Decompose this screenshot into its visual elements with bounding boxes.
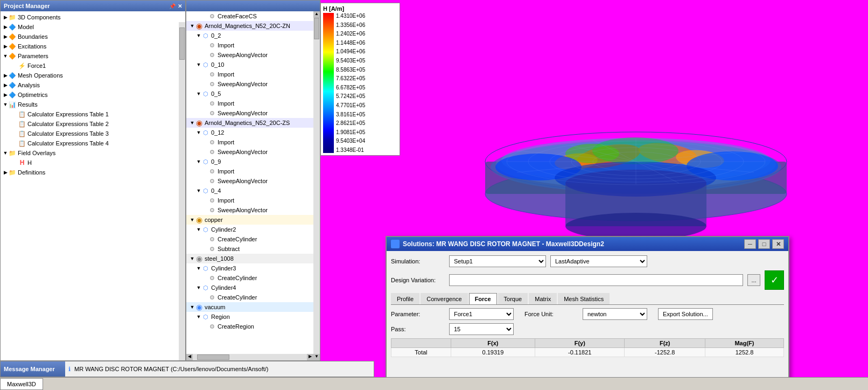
- tab-matrix[interactable]: Matrix: [529, 293, 557, 304]
- expand-boundaries[interactable]: ▶: [3, 34, 8, 39]
- tree-import-3[interactable]: ⚙ Import: [186, 99, 320, 108]
- tree-createcyl-4[interactable]: ⚙ CreateCylinder: [186, 292, 320, 302]
- scroll-down[interactable]: ▼: [313, 354, 320, 360]
- tree-sweep-2[interactable]: ⚙ SweepAlongVector: [186, 79, 320, 89]
- op-icon-1: ⚙: [208, 12, 216, 20]
- tree-item-boundaries[interactable]: ▶ 🔶 Boundaries: [1, 32, 185, 41]
- tree-item-results[interactable]: ▼ 📊 Results: [1, 100, 185, 109]
- tree-item-H[interactable]: H H: [1, 158, 185, 168]
- expand-fo[interactable]: ▼: [3, 150, 8, 156]
- tree-createfacecs[interactable]: ⚙ CreateFaceCS: [186, 11, 320, 21]
- pass-select[interactable]: 15: [449, 323, 514, 335]
- simulation-row: Simulation: Setup1 LastAdaptive Adaptive…: [391, 255, 784, 267]
- tree-05[interactable]: ▼ ⬡ 0_5: [186, 89, 320, 99]
- tree-sweep-6[interactable]: ⚙ SweepAlongVector: [186, 205, 320, 215]
- tree-vacuum[interactable]: ▼ ◉ vacuum: [186, 302, 320, 312]
- tree-arnold-zs[interactable]: ▼ ◉ Arnold_Magnetics_N52_20C-ZS: [186, 118, 320, 128]
- tree-sweep-1[interactable]: ⚙ SweepAlongVector: [186, 50, 320, 60]
- maxwell3d-tab[interactable]: Maxwell3D: [0, 378, 43, 390]
- scroll-thumb[interactable]: [314, 18, 319, 39]
- tab-force[interactable]: Force: [469, 293, 497, 304]
- expand-excitations[interactable]: ▶: [3, 44, 8, 49]
- tree-04[interactable]: ▼ ⬡ 0_4: [186, 186, 320, 196]
- tree-sweep-4[interactable]: ⚙ SweepAlongVector: [186, 147, 320, 157]
- tree-010[interactable]: ▼ ⬡ 0_10: [186, 60, 320, 69]
- parameter-select[interactable]: Force1: [449, 308, 514, 320]
- tree-createcyl-2[interactable]: ⚙ CreateCylinder: [186, 234, 320, 244]
- solid-icon-2: ⬡: [201, 60, 210, 69]
- force-unit-select[interactable]: newton dyne pound: [583, 308, 647, 320]
- tree-panel-hscrollbar[interactable]: ◀ ▶: [186, 354, 313, 360]
- scrollbar-thumb[interactable]: [179, 27, 185, 60]
- hscroll-right[interactable]: ▶: [307, 354, 313, 360]
- tree-import-6[interactable]: ⚙ Import: [186, 196, 320, 205]
- tree-createregion[interactable]: ⚙ CreateRegion: [186, 322, 320, 331]
- design-variation-browse-btn[interactable]: ...: [747, 274, 760, 286]
- expand-model[interactable]: ▶: [3, 24, 8, 30]
- tree-item-mesh-ops[interactable]: ▶ 🔷 Mesh Operations: [1, 71, 185, 80]
- hscroll-thumb[interactable]: [197, 354, 229, 360]
- tree-item-calc4[interactable]: 📋 Calculator Expressions Table 4: [1, 138, 185, 148]
- tree-sweep-5[interactable]: ⚙ SweepAlongVector: [186, 176, 320, 186]
- tree-012[interactable]: ▼ ⬡ 0_12: [186, 128, 320, 137]
- tree-item-calc2[interactable]: 📋 Calculator Expressions Table 2: [1, 119, 185, 129]
- expand-analysis[interactable]: ▶: [3, 82, 8, 88]
- pm-pin-icon[interactable]: 📌: [169, 3, 176, 9]
- dialog-minimize-btn[interactable]: ─: [744, 239, 756, 249]
- tree-import-4[interactable]: ⚙ Import: [186, 137, 320, 147]
- tree-item-calc1[interactable]: 📋 Calculator Expressions Table 1: [1, 109, 185, 119]
- design-variation-input[interactable]: [449, 274, 743, 286]
- tree-item-field-overlays[interactable]: ▼ 📁 Field Overlays: [1, 148, 185, 158]
- scroll-up[interactable]: ▲: [313, 11, 320, 18]
- tree-cylinder2[interactable]: ▼ ⬡ Cylinder2: [186, 225, 320, 234]
- expand-mesh[interactable]: ▶: [3, 73, 8, 78]
- tree-02[interactable]: ▼ ⬡ 0_2: [186, 31, 320, 40]
- tab-torque[interactable]: Torque: [498, 293, 528, 304]
- cyl-icon-2: ⬡: [201, 225, 210, 234]
- tree-import-5[interactable]: ⚙ Import: [186, 166, 320, 176]
- tree-copper[interactable]: ▼ ◉ copper: [186, 215, 320, 225]
- export-solution-btn[interactable]: Export Solution...: [658, 308, 713, 320]
- tree-cylinder3[interactable]: ▼ ⬡ Cylinder3: [186, 263, 320, 273]
- tree-import-1[interactable]: ⚙ Import: [186, 40, 320, 50]
- tree-item-analysis[interactable]: ▶ 🔷 Analysis: [1, 80, 185, 90]
- dialog-maximize-btn[interactable]: □: [758, 239, 770, 249]
- tab-mesh-statistics[interactable]: Mesh Statistics: [558, 293, 610, 304]
- expand-parameters[interactable]: ▼: [3, 53, 8, 59]
- dialog-controls: ─ □ ✕: [744, 239, 784, 249]
- import-icon-3: ⚙: [208, 99, 216, 108]
- expand-optimetrics[interactable]: ▶: [3, 92, 8, 98]
- tree-import-2[interactable]: ⚙ Import: [186, 69, 320, 79]
- expand-def[interactable]: ▶: [3, 170, 8, 175]
- tree-item-3d-components[interactable]: ▶ 📁 3D Components: [1, 12, 185, 22]
- tree-item-model[interactable]: ▶ 🔷 Model: [1, 22, 185, 32]
- project-tree-scrollbar[interactable]: [179, 22, 185, 360]
- hscroll-left[interactable]: ◀: [186, 354, 193, 360]
- dialog-close-btn[interactable]: ✕: [772, 239, 784, 249]
- tree-arnold-zn[interactable]: ▼ ◉ Arnold_Magnetics_N52_20C-ZN: [186, 21, 320, 31]
- simulation-select[interactable]: Setup1: [449, 255, 546, 267]
- tree-item-definitions[interactable]: ▶ 📁 Definitions: [1, 168, 185, 177]
- tree-panel-scrollbar[interactable]: ▲ ▼: [313, 11, 320, 360]
- expand-3d[interactable]: ▶: [3, 15, 8, 20]
- apply-btn[interactable]: ✓: [765, 270, 784, 290]
- tab-convergence[interactable]: Convergence: [421, 293, 467, 304]
- tree-item-force1[interactable]: ⚡ Force1: [1, 61, 185, 71]
- adaptive-select[interactable]: LastAdaptive Adaptive Pass 1: [550, 255, 647, 267]
- tree-cylinder4[interactable]: ▼ ⬡ Cylinder4: [186, 283, 320, 292]
- tree-steel[interactable]: ▼ ◉ steel_1008: [186, 254, 320, 263]
- project-manager-titlebar: Project Manager 📌 ✕: [1, 1, 185, 11]
- tree-item-optimetrics[interactable]: ▶ 🔷 Optimetrics: [1, 90, 185, 100]
- pm-close-icon[interactable]: ✕: [178, 3, 182, 9]
- tree-item-excitations[interactable]: ▶ 🔶 Excitations: [1, 41, 185, 51]
- tree-item-calc3[interactable]: 📋 Calculator Expressions Table 3: [1, 129, 185, 138]
- tree-09[interactable]: ▼ ⬡ 0_9: [186, 157, 320, 166]
- tab-profile[interactable]: Profile: [391, 293, 419, 304]
- expand-results[interactable]: ▼: [3, 102, 8, 107]
- tree-sweep-3[interactable]: ⚙ SweepAlongVector: [186, 108, 320, 118]
- tree-createcyl-3[interactable]: ⚙ CreateCylinder: [186, 273, 320, 283]
- pass-row: Pass: 15: [391, 323, 784, 335]
- tree-subtract[interactable]: ⚙ Subtract: [186, 244, 320, 254]
- tree-item-parameters[interactable]: ▼ 🔶 Parameters: [1, 51, 185, 61]
- tree-region[interactable]: ▼ ⬡ Region: [186, 312, 320, 322]
